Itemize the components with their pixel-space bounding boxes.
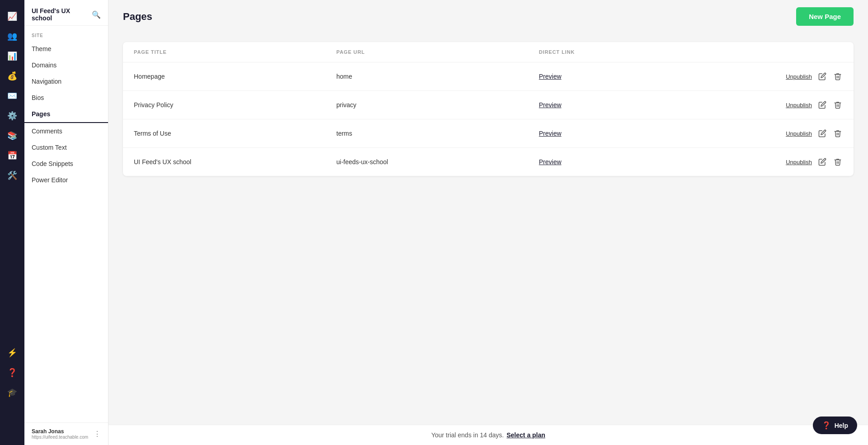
row-preview-cell: Preview — [539, 158, 741, 166]
preview-link[interactable]: Preview — [539, 158, 561, 166]
sidebar-item-pages[interactable]: Pages — [24, 106, 108, 123]
calendar-icon[interactable]: 📅 — [3, 147, 21, 165]
users-icon[interactable]: 👥 — [3, 27, 21, 45]
row-actions: Unpublish — [741, 157, 843, 167]
row-page-title: Homepage — [134, 73, 336, 80]
unpublish-button[interactable]: Unpublish — [786, 73, 812, 80]
revenue-icon[interactable]: 💰 — [3, 67, 21, 85]
edit-icon[interactable] — [817, 128, 827, 138]
new-page-button[interactable]: New Page — [796, 7, 854, 26]
user-url: https://uifeed.teachable.com — [32, 435, 88, 440]
library-icon[interactable]: 📚 — [3, 127, 21, 145]
edit-icon[interactable] — [817, 71, 827, 81]
dashboard-icon[interactable]: 📊 — [3, 47, 21, 65]
content-body: PAGE TITLE PAGE URL DIRECT LINK Homepage… — [108, 33, 868, 425]
edit-icon[interactable] — [817, 100, 827, 110]
mail-icon[interactable]: ✉️ — [3, 87, 21, 105]
page-url-col-header: PAGE URL — [336, 49, 539, 55]
table-row: Homepage home Preview Unpublish — [123, 62, 854, 91]
sidebar-item-power-editor[interactable]: Power Editor — [24, 172, 108, 188]
lightning-icon[interactable]: ⚡ — [3, 344, 21, 362]
table-row: Terms of Use terms Preview Unpublish — [123, 119, 854, 148]
sidebar-item-comments[interactable]: Comments — [24, 123, 108, 139]
sidebar-item-code-snippets[interactable]: Code Snippets — [24, 156, 108, 172]
delete-icon[interactable] — [833, 128, 843, 138]
edit-icon[interactable] — [817, 157, 827, 167]
settings-icon[interactable]: ⚙️ — [3, 107, 21, 125]
unpublish-button[interactable]: Unpublish — [786, 102, 812, 109]
sidebar-item-domains[interactable]: Domains — [24, 57, 108, 73]
main-sidebar: UI Feed's UX school 🔍 SITE Theme Domains… — [24, 0, 108, 445]
sidebar-user: Sarah Jonas https://uifeed.teachable.com… — [24, 422, 108, 445]
table-header: PAGE TITLE PAGE URL DIRECT LINK — [123, 42, 854, 62]
tools-icon[interactable]: 🛠️ — [3, 166, 21, 185]
row-actions: Unpublish — [741, 100, 843, 110]
icon-sidebar-bottom: ⚡ ❓ 🎓 — [3, 344, 21, 402]
row-page-url: privacy — [336, 101, 539, 109]
unpublish-button[interactable]: Unpublish — [786, 159, 812, 166]
sidebar-header: UI Feed's UX school 🔍 — [24, 0, 108, 26]
user-info: Sarah Jonas https://uifeed.teachable.com — [32, 428, 88, 440]
content-area: Pages New Page PAGE TITLE PAGE URL DIREC… — [108, 0, 868, 445]
row-preview-cell: Preview — [539, 73, 741, 80]
preview-link[interactable]: Preview — [539, 101, 561, 109]
direct-link-col-header: DIRECT LINK — [539, 49, 741, 55]
pages-table: PAGE TITLE PAGE URL DIRECT LINK Homepage… — [123, 42, 854, 176]
row-page-url: ui-feeds-ux-school — [336, 158, 539, 166]
row-page-title: Privacy Policy — [134, 101, 336, 109]
bottom-bar: Your trial ends in 14 days. Select a pla… — [108, 425, 868, 445]
chart-line-icon[interactable]: 📈 — [3, 7, 21, 25]
help-button[interactable]: ❓ Help — [813, 417, 857, 434]
page-title-col-header: PAGE TITLE — [134, 49, 336, 55]
site-section-label: SITE — [24, 26, 108, 41]
icon-sidebar: 📈 👥 📊 💰 ✉️ ⚙️ 📚 📅 🛠️ ⚡ ❓ 🎓 — [0, 0, 24, 445]
icon-sidebar-top: 📈 👥 📊 💰 ✉️ ⚙️ 📚 📅 🛠️ — [3, 7, 21, 342]
unpublish-button[interactable]: Unpublish — [786, 130, 812, 137]
help-label: Help — [835, 422, 848, 429]
page-title: Pages — [123, 11, 152, 23]
user-name: Sarah Jonas — [32, 428, 88, 435]
delete-icon[interactable] — [833, 157, 843, 167]
trial-text: Your trial ends in 14 days. — [431, 431, 504, 439]
sidebar-item-navigation[interactable]: Navigation — [24, 73, 108, 90]
row-preview-cell: Preview — [539, 130, 741, 137]
row-actions: Unpublish — [741, 128, 843, 138]
row-actions: Unpublish — [741, 71, 843, 81]
more-options-icon[interactable]: ⋮ — [94, 430, 101, 438]
app-title: UI Feed's UX school — [32, 7, 92, 22]
help-btn-icon: ❓ — [822, 421, 831, 430]
row-page-title: UI Feed's UX school — [134, 158, 336, 166]
search-icon[interactable]: 🔍 — [92, 10, 101, 19]
preview-link[interactable]: Preview — [539, 130, 561, 137]
row-preview-cell: Preview — [539, 101, 741, 109]
preview-link[interactable]: Preview — [539, 73, 561, 80]
content-header: Pages New Page — [108, 0, 868, 33]
row-page-title: Terms of Use — [134, 130, 336, 137]
delete-icon[interactable] — [833, 100, 843, 110]
sidebar-item-theme[interactable]: Theme — [24, 41, 108, 57]
delete-icon[interactable] — [833, 71, 843, 81]
row-page-url: terms — [336, 130, 539, 137]
graduation-icon[interactable]: 🎓 — [3, 383, 21, 402]
select-plan-link[interactable]: Select a plan — [507, 431, 546, 439]
help-circle-icon[interactable]: ❓ — [3, 364, 21, 382]
table-row: UI Feed's UX school ui-feeds-ux-school P… — [123, 148, 854, 176]
actions-col-header — [741, 49, 843, 55]
row-page-url: home — [336, 73, 539, 80]
sidebar-item-bios[interactable]: Bios — [24, 90, 108, 106]
table-row: Privacy Policy privacy Preview Unpublish — [123, 91, 854, 119]
sidebar-item-custom-text[interactable]: Custom Text — [24, 139, 108, 156]
